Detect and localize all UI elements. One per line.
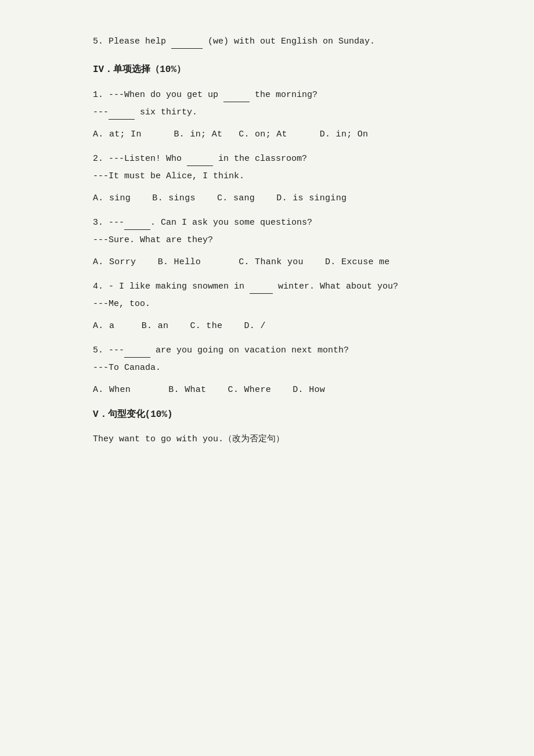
q2-opt-d: D. is singing bbox=[276, 193, 347, 203]
q3-opt-d: D. Excuse me bbox=[325, 257, 390, 267]
q5-opt-a: A. When bbox=[93, 385, 131, 395]
q2-opt-b: B. sings bbox=[152, 193, 195, 203]
intro-line5: 5. Please help bbox=[93, 37, 166, 46]
q5-answer: ---To Canada. bbox=[93, 361, 441, 375]
q2-answer: ---It must be Alice, I think. bbox=[93, 170, 441, 183]
q4-text: 4. - I like making snowmen in bbox=[93, 282, 250, 291]
q1-rest: the morning? bbox=[250, 90, 317, 100]
q4-opt-d: D. / bbox=[244, 321, 266, 331]
q1-ans-prefix: --- bbox=[93, 107, 109, 117]
q5-question: 5. --- are you going on vacation next mo… bbox=[93, 344, 441, 358]
q3-text: 3. --- bbox=[93, 218, 124, 228]
q3-opt-a: A. Sorry bbox=[93, 257, 136, 267]
q1-opt-c: C. on; At bbox=[239, 129, 287, 139]
q3-question: 3. --- . Can I ask you some questions? bbox=[93, 216, 441, 230]
q5-opt-b: B. What bbox=[168, 385, 206, 395]
s5-question-1: They want to go with you.（改为否定句） bbox=[93, 433, 441, 447]
section-4-title: IV．单项选择（10%） bbox=[93, 63, 441, 78]
q1-ans-blank bbox=[109, 111, 135, 120]
q5-opt-c: C. Where bbox=[228, 385, 271, 395]
q2-rest: in the classroom? bbox=[213, 154, 307, 164]
q3-opt-c: C. Thank you bbox=[239, 257, 304, 267]
section-4: IV．单项选择（10%） 1. ---When do you get up th… bbox=[93, 63, 441, 397]
q1-opt-d: D. in; On bbox=[320, 129, 369, 139]
q4-ans: ---Me, too. bbox=[93, 299, 150, 309]
q3-rest: . Can I ask you some questions? bbox=[150, 218, 312, 228]
q1-answer: --- six thirty. bbox=[93, 106, 441, 120]
question-2: 2. ---Listen! Who in the classroom? ---I… bbox=[93, 152, 441, 206]
q4-question: 4. - I like making snowmen in winter. Wh… bbox=[93, 280, 441, 294]
q5-rest: are you going on vacation next month? bbox=[150, 345, 349, 355]
q2-opt-a: A. sing bbox=[93, 193, 131, 203]
q5-ans: ---To Canada. bbox=[93, 363, 161, 373]
q4-opt-a: A. a bbox=[93, 321, 114, 331]
intro-blank bbox=[171, 40, 203, 49]
s5q1-text: They want to go with you.（改为否定句） bbox=[93, 433, 441, 447]
section-5-title: V．句型变化(10%) bbox=[93, 408, 441, 423]
q3-ans: ---Sure. What are they? bbox=[93, 235, 213, 245]
q2-text: 2. ---Listen! Who bbox=[93, 154, 187, 164]
q4-blank bbox=[250, 285, 273, 294]
question-4: 4. - I like making snowmen in winter. Wh… bbox=[93, 280, 441, 333]
q2-ans: ---It must be Alice, I think. bbox=[93, 171, 244, 181]
q2-question: 2. ---Listen! Who in the classroom? bbox=[93, 152, 441, 166]
intro-section: 5. Please help (we) with out English on … bbox=[93, 35, 441, 49]
q3-options: A. Sorry B. Hello C. Thank you D. Excuse… bbox=[93, 255, 441, 269]
q4-opt-b: B. an bbox=[142, 321, 169, 331]
q3-opt-b: B. Hello bbox=[158, 257, 201, 267]
q3-answer: ---Sure. What are they? bbox=[93, 233, 441, 247]
question-1: 1. ---When do you get up the morning? --… bbox=[93, 88, 441, 142]
q4-rest: winter. What about you? bbox=[273, 282, 398, 291]
section-5: V．句型变化(10%) They want to go with you.（改为… bbox=[93, 408, 441, 447]
q5-opt-d: D. How bbox=[293, 385, 325, 395]
q5-text: 5. --- bbox=[93, 345, 124, 355]
intro-line5-rest: (we) with out English on Sunday. bbox=[208, 37, 375, 46]
q4-options: A. a B. an C. the D. / bbox=[93, 319, 441, 333]
q4-opt-c: C. the bbox=[190, 321, 222, 331]
q2-blank bbox=[187, 157, 213, 166]
q5-blank bbox=[124, 349, 150, 358]
question-3: 3. --- . Can I ask you some questions? -… bbox=[93, 216, 441, 269]
q2-opt-c: C. sang bbox=[217, 193, 255, 203]
q3-blank bbox=[124, 221, 150, 230]
q5-options: A. When B. What C. Where D. How bbox=[93, 383, 441, 397]
q1-options: A. at; In B. in; At C. on; At D. in; On bbox=[93, 128, 441, 142]
s5q1-content: They want to go with you.（改为否定句） bbox=[93, 434, 284, 444]
q4-answer: ---Me, too. bbox=[93, 297, 441, 311]
q1-ans-rest: six thirty. bbox=[135, 107, 197, 117]
q1-opt-b: B. in; At bbox=[174, 129, 223, 139]
q1-question: 1. ---When do you get up the morning? bbox=[93, 88, 441, 102]
q1-number: 1. ---When do you get up bbox=[93, 90, 223, 100]
q2-options: A. sing B. sings C. sang D. is singing bbox=[93, 192, 441, 206]
q1-blank bbox=[223, 93, 250, 102]
question-5: 5. --- are you going on vacation next mo… bbox=[93, 344, 441, 397]
q1-opt-a: A. at; In bbox=[93, 129, 142, 139]
